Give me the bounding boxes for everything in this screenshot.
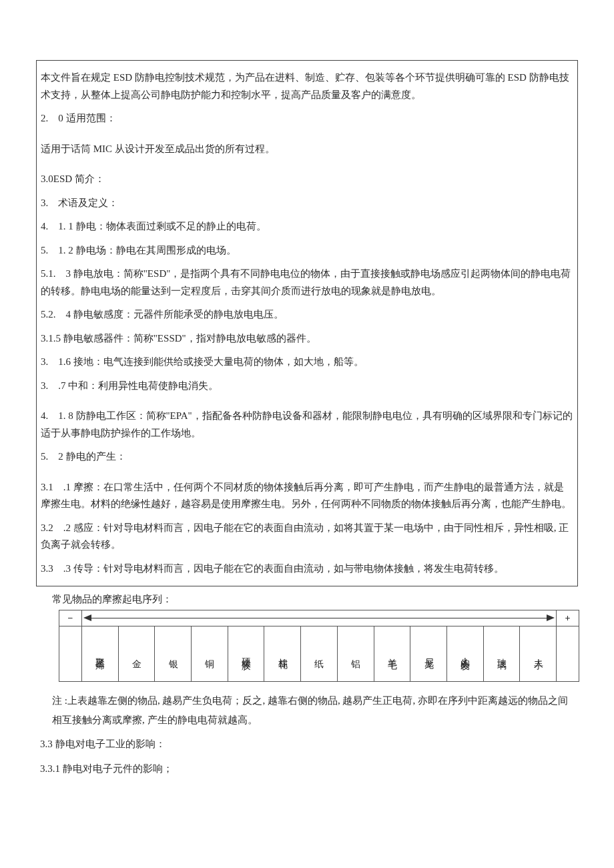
tribo-note: 注 :上表越靠左侧的物品, 越易产生负电荷；反之, 越靠右侧的物品, 越易产生正… <box>52 691 574 729</box>
def-epa: 4. 1. 8 防静电工作区：简称"EPA"，指配备各种防静电设备和器材，能限制… <box>41 404 573 445</box>
tribo-caption: 常见物品的摩擦起电序列： <box>52 593 574 606</box>
tribo-item: 棉花 <box>264 626 301 682</box>
heading-esd-intro: 3.0ESD 简介： <box>41 167 573 191</box>
tribo-item: 硬橡胶 <box>228 626 264 682</box>
tribo-item: 羊毛 <box>374 626 410 682</box>
def-neutralize: 3. .7 中和：利用异性电荷使静电消失。 <box>41 374 573 398</box>
document-page: 本文件旨在规定 ESD 防静电控制技术规范，为产品在进料、制造、贮存、包装等各个… <box>0 0 614 805</box>
def-grounding: 3. 1.6 接地：电气连接到能供给或接受大量电荷的物体，如大地，船等。 <box>41 350 573 374</box>
def-essd: 3.1.5 静电敏感器件：简称"ESSD"，指对静电放电敏感的器件。 <box>41 327 573 351</box>
heading-component-impact: 3.3.1 静电对电子元件的影响； <box>40 759 574 779</box>
def-esd: 5.1. 3 静电放电：简称"ESD"，是指两个具有不同静电电位的物体，由于直接… <box>41 262 573 303</box>
def-static: 4. 1. 1 静电：物体表面过剩或不足的静止的电荷。 <box>41 215 573 239</box>
heading-generation: 5. 2 静电的产生： <box>41 445 573 469</box>
gen-conduction: 3.3 .3 传导：针对导电材料而言，因电子能在它的表面自由流动，如与带电物体接… <box>41 557 573 581</box>
minus-sign: − <box>59 610 82 626</box>
tribo-right-pad <box>557 626 579 682</box>
tribo-left-pad <box>59 626 82 682</box>
heading-terms: 3. 术语及定义： <box>41 191 573 215</box>
tribo-table: − + 聚乙烯 金 银 铜 硬橡胶 棉花 纸 铝 <box>59 610 579 682</box>
tribo-item: 尼龙 <box>410 626 447 682</box>
tribo-item: 纸 <box>301 626 338 682</box>
tribo-item: 银 <box>155 626 192 682</box>
tribo-items-row: 聚乙烯 金 银 铜 硬橡胶 棉花 纸 铝 羊毛 尼龙 人的头发 玻璃 人手 <box>59 626 579 682</box>
heading-scope: 2. 0 适用范围： <box>41 107 573 131</box>
gen-friction: 3.1 .1 摩擦：在口常生活中，任何两个不同材质的物体接触后再分离，即可产生静… <box>41 476 573 516</box>
tribo-item: 玻璃 <box>483 626 520 682</box>
double-arrow-icon <box>83 612 555 624</box>
tribo-item: 人的头发 <box>446 626 483 682</box>
tribo-arrow-row: − + <box>59 610 579 626</box>
main-text-frame: 本文件旨在规定 ESD 防静电控制技术规范，为产品在进料、制造、贮存、包装等各个… <box>36 60 578 586</box>
heading-industry-impact: 3.3 静电对电子工业的影响： <box>40 735 574 754</box>
tribo-item: 铝 <box>337 626 374 682</box>
arrow-cell <box>82 610 557 626</box>
after-frame: 常见物品的摩擦起电序列： − + 聚乙烯 金 银 铜 硬橡 <box>36 593 578 778</box>
def-sensitivity: 5.2. 4 静电敏感度：元器件所能承受的静电放电电压。 <box>41 303 573 327</box>
paragraph-scope: 适用于话筒 MIC 从设计开发至成品出货的所有过程。 <box>41 137 573 161</box>
gen-induction: 3.2 .2 感应：针对导电材料而言，因电子能在它的表面自由流动，如将其置于某一… <box>41 516 573 557</box>
tribo-item: 人手 <box>520 626 557 682</box>
def-static-field: 5. 1. 2 静电场：静电在其周围形成的电场。 <box>41 239 573 263</box>
tribo-item: 铜 <box>192 626 228 682</box>
tribo-item: 聚乙烯 <box>82 626 119 682</box>
paragraph-purpose: 本文件旨在规定 ESD 防静电控制技术规范，为产品在进料、制造、贮存、包装等各个… <box>41 66 573 107</box>
plus-sign: + <box>557 610 579 626</box>
tribo-item: 金 <box>118 626 155 682</box>
